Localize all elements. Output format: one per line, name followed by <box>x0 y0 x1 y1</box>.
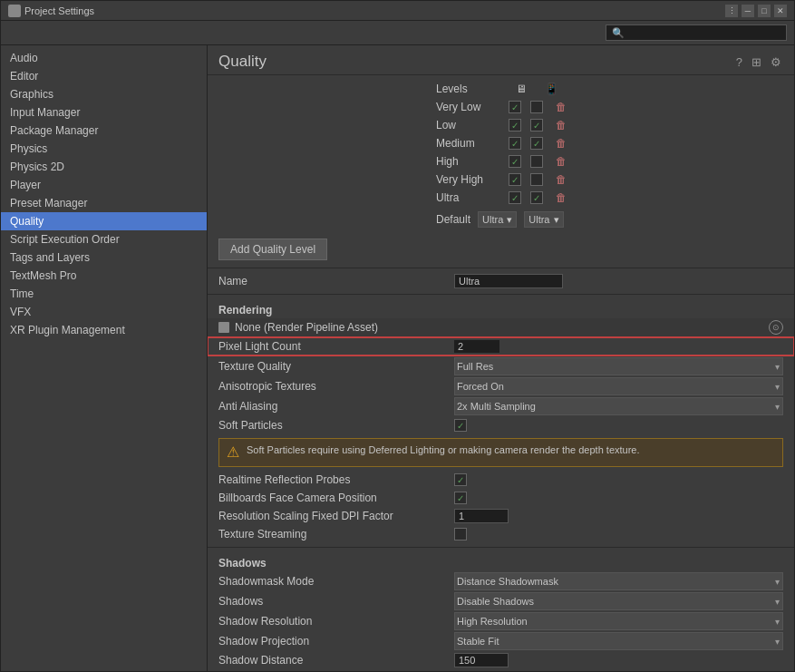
shadow-distance-input[interactable] <box>454 653 509 667</box>
help-icon[interactable]: ? <box>734 54 744 71</box>
sidebar-item-physics2d[interactable]: Physics 2D <box>1 158 207 176</box>
menu-btn[interactable]: ⋮ <box>725 5 738 17</box>
default-platform-dropdown[interactable]: Ultra ▾ <box>524 211 563 228</box>
realtime-reflection-probes-label: Realtime Reflection Probes <box>218 473 454 486</box>
name-label: Name <box>218 275 454 287</box>
level-delete-high[interactable]: 🗑 <box>552 155 570 168</box>
default-row: Default Ultra ▾ Ultra ▾ <box>436 211 570 228</box>
search-input[interactable] <box>606 24 787 41</box>
render-pipeline-select-btn[interactable]: ⊙ <box>769 320 783 335</box>
level-check1-ultra[interactable] <box>509 191 521 204</box>
default-dropdown[interactable]: Ultra ▾ <box>478 211 517 228</box>
anisotropic-textures-label: Anisotropic Textures <box>218 380 454 393</box>
level-check2-verylow[interactable] <box>530 101 543 113</box>
divider-3 <box>208 547 794 548</box>
sidebar-item-time[interactable]: Time <box>1 285 207 303</box>
shadowmask-mode-row: Shadowmask Mode Distance Shadowmask <box>208 571 794 591</box>
settings-icon[interactable]: ⚙ <box>769 54 783 71</box>
warning-icon: ⚠ <box>227 443 239 461</box>
sidebar-item-quality[interactable]: Quality <box>1 212 207 230</box>
pixel-light-count-input[interactable] <box>454 340 499 353</box>
anti-aliasing-dropdown[interactable]: 2x Multi Sampling <box>454 397 783 415</box>
shadow-projection-dropdown[interactable]: Stable Fit <box>454 632 783 650</box>
level-row-low: Low 🗑 <box>436 117 570 133</box>
name-input[interactable] <box>454 274 563 288</box>
texture-quality-dropdown[interactable]: Full Res <box>454 357 783 375</box>
level-row-medium: Medium 🗑 <box>436 135 570 151</box>
sidebar-item-preset-manager[interactable]: Preset Manager <box>1 194 207 212</box>
level-delete-medium[interactable]: 🗑 <box>552 137 570 150</box>
sidebar-item-graphics[interactable]: Graphics <box>1 85 207 103</box>
realtime-reflection-probes-checkbox[interactable] <box>454 473 467 486</box>
sidebar-item-package-manager[interactable]: Package Manager <box>1 122 207 140</box>
shadows-dropdown[interactable]: Disable Shadows <box>454 592 783 610</box>
level-check1-high[interactable] <box>509 155 521 168</box>
shadow-distance-label: Shadow Distance <box>218 654 454 667</box>
layout-icon[interactable]: ⊞ <box>750 54 763 71</box>
minimize-btn[interactable]: ─ <box>742 5 754 17</box>
sidebar-item-textmesh-pro[interactable]: TextMesh Pro <box>1 267 207 285</box>
name-row: Name <box>208 272 794 290</box>
sidebar-item-xr-plugin-management[interactable]: XR Plugin Management <box>1 321 207 339</box>
anisotropic-textures-dropdown[interactable]: Forced On <box>454 377 783 395</box>
soft-particles-label: Soft Particles <box>218 419 454 432</box>
sidebar-item-editor[interactable]: Editor <box>1 67 207 85</box>
monitor-icon: 🖥 <box>516 83 527 95</box>
sidebar-item-tags-and-layers[interactable]: Tags and Layers <box>1 248 207 267</box>
level-checks-low: 🗑 <box>509 119 570 131</box>
texture-streaming-checkbox[interactable] <box>454 528 467 541</box>
pixel-light-count-label: Pixel Light Count <box>218 340 454 353</box>
level-check2-veryhigh[interactable] <box>530 173 543 186</box>
level-check1-verylow[interactable] <box>509 101 521 113</box>
shadow-projection-row: Shadow Projection Stable Fit <box>208 631 794 651</box>
level-name-veryhigh: Very High <box>436 173 509 186</box>
render-pipeline-asset-text: None (Render Pipeline Asset) <box>235 321 769 334</box>
level-delete-low[interactable]: 🗑 <box>552 119 570 131</box>
level-check1-veryhigh[interactable] <box>509 173 521 186</box>
project-settings-window: Project Settings ⋮ ─ □ ✕ Audio Editor Gr… <box>0 0 795 672</box>
level-row-ultra: Ultra 🗑 <box>436 190 570 206</box>
shadows-section-header: Shadows <box>208 551 794 571</box>
shadowmask-mode-dropdown[interactable]: Distance Shadowmask <box>454 572 783 590</box>
shadows-label: Shadows <box>218 595 454 608</box>
level-row-high: High 🗑 <box>436 153 570 170</box>
resolution-scaling-label: Resolution Scaling Fixed DPI Factor <box>218 510 454 522</box>
sidebar-item-vfx[interactable]: VFX <box>1 303 207 321</box>
level-check2-ultra[interactable] <box>530 191 543 204</box>
window-controls: ⋮ ─ □ ✕ <box>725 5 787 17</box>
divider-1 <box>208 268 794 268</box>
level-check1-low[interactable] <box>509 119 521 131</box>
level-check2-low[interactable] <box>530 119 543 131</box>
shadow-resolution-label: Shadow Resolution <box>218 615 454 628</box>
main-content: Audio Editor Graphics Input Manager Pack… <box>1 45 794 671</box>
shadow-resolution-dropdown[interactable]: High Resolution <box>454 612 783 630</box>
level-check2-high[interactable] <box>530 155 543 168</box>
pixel-light-count-row: Pixel Light Count <box>208 337 794 355</box>
sidebar-item-physics[interactable]: Physics <box>1 140 207 158</box>
close-btn[interactable]: ✕ <box>774 5 787 17</box>
sidebar-item-script-execution-order[interactable]: Script Execution Order <box>1 230 207 248</box>
level-checks-high: 🗑 <box>509 155 570 168</box>
level-delete-ultra[interactable]: 🗑 <box>552 191 570 204</box>
resolution-scaling-row: Resolution Scaling Fixed DPI Factor <box>208 507 794 525</box>
shadow-projection-dropdown-wrapper: Stable Fit <box>454 632 783 650</box>
level-check1-medium[interactable] <box>509 137 521 150</box>
sidebar-item-audio[interactable]: Audio <box>1 49 207 67</box>
sidebar-item-input-manager[interactable]: Input Manager <box>1 103 207 122</box>
level-delete-verylow[interactable]: 🗑 <box>552 101 570 113</box>
default-platform-value: Ultra <box>528 214 549 225</box>
anisotropic-textures-dropdown-wrapper: Forced On <box>454 377 783 395</box>
window-title: Project Settings <box>24 5 725 16</box>
billboards-face-camera-checkbox[interactable] <box>454 492 467 504</box>
add-quality-level-button[interactable]: Add Quality Level <box>218 239 327 260</box>
realtime-reflection-probes-row: Realtime Reflection Probes <box>208 471 794 489</box>
levels-icon-header: 🖥 📱 <box>516 83 558 95</box>
level-check2-medium[interactable] <box>530 137 543 150</box>
sidebar-item-player[interactable]: Player <box>1 176 207 194</box>
texture-quality-label: Texture Quality <box>218 360 454 373</box>
level-delete-veryhigh[interactable]: 🗑 <box>552 173 570 186</box>
billboards-face-camera-row: Billboards Face Camera Position <box>208 489 794 507</box>
maximize-btn[interactable]: □ <box>758 5 771 17</box>
resolution-scaling-input[interactable] <box>454 509 509 523</box>
soft-particles-checkbox[interactable] <box>454 419 467 432</box>
